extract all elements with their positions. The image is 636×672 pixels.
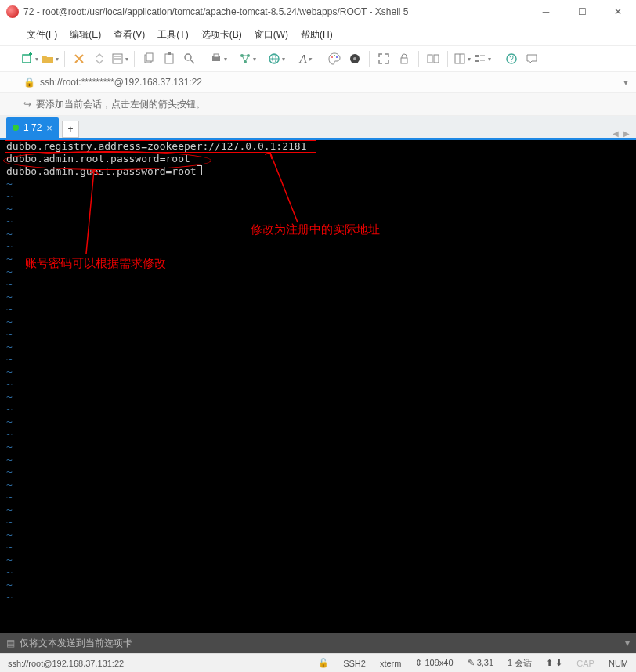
- properties-button[interactable]: [110, 49, 129, 68]
- chat-button[interactable]: [522, 49, 541, 68]
- svg-point-18: [331, 56, 333, 58]
- terminal-tilde: ~: [0, 391, 636, 403]
- address-dropdown-icon[interactable]: ▾: [623, 77, 628, 88]
- help-button[interactable]: ?: [502, 49, 521, 68]
- svg-rect-23: [401, 58, 407, 63]
- menu-help[interactable]: 帮助(H): [296, 27, 338, 43]
- nav-up-icon[interactable]: ⬆: [546, 658, 555, 667]
- lock-button[interactable]: [395, 49, 414, 68]
- hint-arrow-icon[interactable]: ↪: [23, 99, 31, 110]
- svg-point-19: [334, 55, 335, 56]
- open-button[interactable]: [41, 49, 60, 68]
- terminal-tilde: ~: [0, 328, 636, 341]
- screen-button[interactable]: [345, 49, 364, 68]
- status-connection: ssh://root@192.168.37.131:22: [8, 659, 124, 668]
- close-button[interactable]: ✕: [600, 0, 636, 23]
- minimize-button[interactable]: ─: [528, 0, 564, 23]
- terminal[interactable]: dubbo.registry.address=zookeeper://127.0…: [0, 138, 636, 633]
- terminal-tilde: ~: [0, 190, 636, 203]
- resize-icon: ⇕: [415, 658, 425, 667]
- find-button[interactable]: [180, 49, 199, 68]
- terminal-tilde: ~: [0, 316, 636, 328]
- terminal-tilde: ~: [0, 504, 636, 516]
- terminal-tilde: ~: [0, 554, 636, 566]
- terminal-tilde: ~: [0, 353, 636, 366]
- fullscreen-button[interactable]: [374, 49, 393, 68]
- svg-rect-0: [23, 55, 31, 63]
- terminal-line: dubbo.admin.guest.password=root: [0, 165, 636, 178]
- reconnect-button[interactable]: [70, 49, 89, 68]
- terminal-tilde: ~: [0, 566, 636, 579]
- terminal-tilde: ~: [0, 428, 636, 441]
- terminal-tilde: ~: [0, 466, 636, 479]
- layout-button[interactable]: [453, 49, 472, 68]
- terminal-tilde: ~: [0, 253, 636, 266]
- svg-rect-8: [165, 54, 173, 63]
- view-button[interactable]: [473, 49, 492, 68]
- paste-button[interactable]: [160, 49, 179, 68]
- terminal-tilde: ~: [0, 491, 636, 504]
- lock-icon: 🔒: [23, 77, 35, 88]
- svg-point-20: [336, 56, 338, 58]
- terminal-tilde: ~: [0, 516, 636, 529]
- terminal-tilde: ~: [0, 366, 636, 378]
- terminal-tilde: ~: [0, 378, 636, 391]
- terminal-tilde: ~: [0, 303, 636, 316]
- transfer-button[interactable]: [238, 49, 257, 68]
- terminal-tilde: ~: [0, 203, 636, 215]
- svg-point-22: [353, 57, 356, 60]
- menu-view[interactable]: 查看(V): [109, 27, 150, 43]
- status-num: NUM: [609, 659, 628, 668]
- tab-label: 1 72: [23, 122, 42, 133]
- status-dot-icon: [13, 125, 19, 131]
- session-tab[interactable]: 1 72 ×: [6, 117, 59, 138]
- terminal-tilde: ~: [0, 541, 636, 554]
- svg-rect-24: [428, 55, 432, 63]
- menu-file[interactable]: 文件(F): [22, 27, 62, 43]
- cursor-icon: ✎: [468, 658, 477, 667]
- terminal-tilde: ~: [0, 278, 636, 291]
- menu-window[interactable]: 窗口(W): [250, 27, 293, 43]
- new-session-button[interactable]: [20, 49, 39, 68]
- color-scheme-button[interactable]: [325, 49, 344, 68]
- send-bar[interactable]: ▤ 仅将文本发送到当前选项卡 ▾: [0, 633, 636, 653]
- tab-close-icon[interactable]: ×: [46, 122, 52, 134]
- app-icon: [6, 5, 19, 18]
- svg-text:?: ?: [509, 55, 514, 63]
- tab-next-icon[interactable]: ▶: [623, 129, 630, 138]
- hint-bar: ↪ 要添加当前会话，点击左侧的箭头按钮。: [0, 92, 636, 116]
- copy-button[interactable]: [139, 49, 158, 68]
- terminal-line: dubbo.admin.root.password=root: [0, 153, 636, 165]
- svg-rect-29: [475, 60, 479, 62]
- terminal-tilde: ~: [0, 591, 636, 604]
- terminal-tilde: ~: [0, 178, 636, 190]
- maximize-button[interactable]: ☐: [564, 0, 600, 23]
- nav-down-icon[interactable]: ⬇: [555, 658, 562, 667]
- sessions-button[interactable]: [424, 49, 443, 68]
- menu-tools[interactable]: 工具(T): [153, 27, 193, 43]
- font-button[interactable]: A: [296, 49, 315, 68]
- window-titlebar: 72 - root@root:/usr/local/application/to…: [0, 0, 636, 23]
- terminal-tilde: ~: [0, 341, 636, 353]
- tab-prev-icon[interactable]: ◀: [613, 129, 619, 138]
- terminal-tilde: ~: [0, 479, 636, 491]
- svg-line-11: [190, 60, 194, 63]
- terminal-tilde: ~: [0, 416, 636, 428]
- terminal-tilde: ~: [0, 441, 636, 453]
- menu-edit[interactable]: 编辑(E): [65, 27, 106, 43]
- address-bar[interactable]: 🔒 ssh://root:*********@192.168.37.131:22…: [0, 72, 636, 92]
- terminal-line: dubbo.registry.address=zookeeper://127.0…: [0, 140, 636, 153]
- svg-rect-25: [434, 55, 439, 63]
- status-bar: ssh://root@192.168.37.131:22 🔓 SSH2 xter…: [0, 653, 636, 672]
- status-lock-icon: 🔓: [318, 658, 329, 668]
- terminal-tilde: ~: [0, 291, 636, 303]
- terminal-tilde: ~: [0, 228, 636, 240]
- language-button[interactable]: [267, 49, 286, 68]
- print-button[interactable]: [209, 49, 228, 68]
- send-dropdown-icon[interactable]: ▾: [625, 638, 630, 649]
- terminal-tilde: ~: [0, 403, 636, 416]
- disconnect-button[interactable]: [90, 49, 109, 68]
- menu-tabs[interactable]: 选项卡(B): [197, 27, 247, 43]
- add-tab-button[interactable]: +: [62, 121, 79, 138]
- status-sessions: 1 会话: [508, 657, 532, 669]
